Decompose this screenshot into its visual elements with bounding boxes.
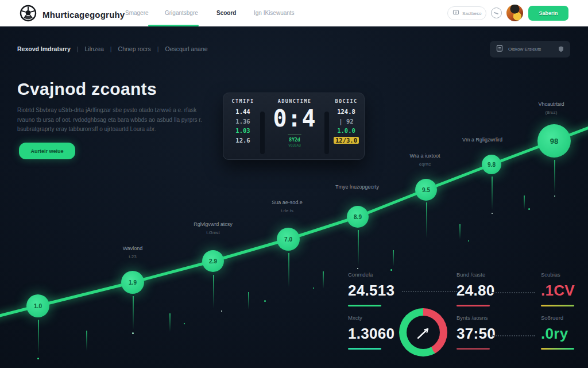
stat-card-6: So8ruerd .0ry <box>541 315 574 350</box>
stat-value: .1CV <box>541 282 575 300</box>
brand-name: Mhurticagegogruhy <box>42 10 125 20</box>
stat-value: .0ry <box>541 325 574 343</box>
header-search-value: Sactbeso <box>462 11 481 16</box>
stat-label: Bynts /aosns <box>457 315 496 321</box>
node-label-4: Sua ae-sod.e t.rle.ts <box>244 200 330 213</box>
match-score: 0:4 <box>267 107 322 130</box>
chart-node-7[interactable]: 9.8 <box>482 155 501 174</box>
chart-node-2[interactable]: 1.9 <box>121 271 144 294</box>
top-header: Mhurticagegogruhy Smagere Grigantsbgre S… <box>0 0 588 26</box>
donut-chart <box>399 308 447 356</box>
timeline-chart-line <box>0 0 588 368</box>
stat-card-3: Scubias .1CV <box>541 271 575 306</box>
scoreboard-divider <box>324 112 329 154</box>
stat-value: 24.80 <box>457 282 495 300</box>
score-badge: 8Y2d <box>267 137 322 143</box>
dotted-separator <box>492 292 535 293</box>
home-stat: 1.03 <box>227 127 259 134</box>
stat-underline <box>457 348 490 350</box>
chart-node-6[interactable]: 9.5 <box>415 179 437 201</box>
node-label-5: Tmye lnuzopgecrty <box>314 184 400 190</box>
nav-item-2-active[interactable]: Grigantsbgre <box>165 0 198 26</box>
stat-card-5: Bynts /aosns 37:50 <box>457 315 496 350</box>
node-label-8: Vhcautrtsid (8ruz) <box>508 101 588 115</box>
stat-underline <box>348 348 381 350</box>
away-stat: | 92 <box>330 118 362 125</box>
stat-value: 37:50 <box>457 325 496 343</box>
stat-label: Conmdela <box>348 271 394 278</box>
away-stat: 1.0.0 <box>330 127 362 134</box>
chat-search-icon <box>452 9 459 17</box>
stat-underline <box>541 305 574 306</box>
stat-underline <box>348 305 381 306</box>
home-stat: 1.44 <box>227 108 259 115</box>
scoreboard-divider <box>260 112 265 154</box>
scoreboard-center-column: ADUNCTIME 0:4 8Y2d VGUSAU <box>267 98 322 147</box>
away-stat: 124.8 <box>330 108 362 115</box>
stat-label: Mxcty <box>348 315 394 321</box>
scoreboard-panel: CTMIPI 1.44 1.36 1.03 12.6 ADUNCTIME 0:4… <box>223 93 365 160</box>
score-badge-sub: VGUSAU <box>267 143 322 147</box>
chart-node-1[interactable]: 1.0 <box>26 294 49 317</box>
home-stat: 12.6 <box>227 137 259 144</box>
home-rows: 1.44 1.36 1.03 12.6 <box>227 108 259 144</box>
away-rows: 124.8 | 92 1.0.0 12/3.0 <box>330 108 362 144</box>
dotted-separator <box>402 291 457 292</box>
stat-card-2: Bund /caste 24.80 <box>457 271 495 306</box>
away-header: BOCIIC <box>330 98 362 104</box>
app-root: Mhurticagegogruhy Smagere Grigantsbgre S… <box>0 0 588 368</box>
stat-card-1: Conmdela 24.513 <box>348 271 394 306</box>
clock-circle-icon[interactable] <box>491 7 502 18</box>
brand[interactable]: Mhurticagegogruhy <box>20 5 125 24</box>
stat-underline <box>541 348 574 350</box>
stat-label: Scubias <box>541 271 575 278</box>
scoreboard-away-column: BOCIIC 124.8 | 92 1.0.0 12/3.0 <box>330 98 362 144</box>
nav-item-1[interactable]: Smagere <box>125 0 149 26</box>
chart-node-8[interactable]: 98 <box>537 124 571 158</box>
chart-node-4[interactable]: 7.0 <box>277 228 300 251</box>
node-label-2: Wavlond t.23 <box>90 246 176 259</box>
stat-label: So8ruerd <box>541 315 574 321</box>
soccer-ball-logo-icon <box>20 5 37 24</box>
score-divider <box>288 134 301 135</box>
trend-arrow-icon <box>399 308 447 356</box>
signin-button[interactable]: Saberin <box>528 6 568 21</box>
home-stat: 1.36 <box>227 118 259 125</box>
stat-underline <box>457 305 490 306</box>
away-stat-highlight: 12/3.0 <box>334 137 359 144</box>
active-nav-underline <box>148 25 199 26</box>
chart-node-5[interactable]: 8.9 <box>347 206 369 228</box>
header-search-input[interactable]: Sactbeso <box>447 6 486 20</box>
match-time-header: ADUNCTIME <box>267 98 322 104</box>
node-label-3: Rglvlgvwrd atcsy t.Gmst <box>170 221 256 235</box>
user-avatar[interactable] <box>506 5 523 21</box>
nav-item-4[interactable]: Ign IKisewuants <box>254 0 295 26</box>
nav-item-3[interactable]: Scoord <box>216 0 236 26</box>
chart-node-3[interactable]: 2.9 <box>202 250 224 272</box>
stat-value: 1.3060 <box>348 325 394 343</box>
dotted-separator <box>492 335 535 336</box>
stat-value: 24.513 <box>348 282 394 300</box>
node-label-7: Vm a Rgligzwrlird <box>439 137 525 143</box>
home-header: CTMIPI <box>227 98 259 104</box>
scoreboard-home-column: CTMIPI 1.44 1.36 1.03 12.6 <box>227 98 259 144</box>
node-label-6: Wra a iuxtoot éqrrtc <box>382 153 468 167</box>
stat-label: Bund /caste <box>457 271 495 278</box>
stat-card-4: Mxcty 1.3060 <box>348 315 394 350</box>
